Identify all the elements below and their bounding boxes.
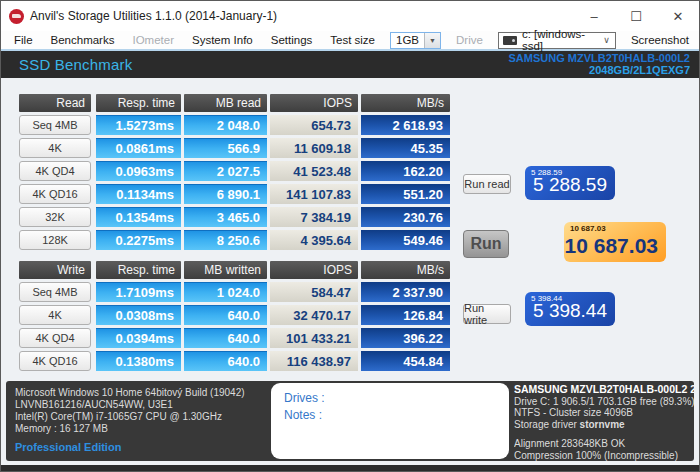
menu-bar: File Benchmarks IOmeter System Info Sett… bbox=[1, 31, 699, 49]
mb-read-value: 2 048.0 bbox=[184, 115, 267, 135]
mb-read-value: 6 890.1 bbox=[184, 184, 267, 204]
menu-iometer: IOmeter bbox=[123, 34, 183, 46]
iops-value: 584.47 bbox=[270, 282, 358, 302]
device-name: SAMSUNG MZVLB2T0HALB-000L2 2048GB/2L1QEX… bbox=[508, 53, 690, 76]
menu-system-info[interactable]: System Info bbox=[183, 34, 262, 46]
info-footer: Microsoft Windows 10 Home 64bitový Build… bbox=[6, 381, 694, 461]
read-row-label[interactable]: 4K bbox=[19, 138, 91, 158]
write-row-label[interactable]: 4K QD4 bbox=[19, 328, 91, 348]
benchmark-tables: Read Resp. time MB read IOPS MB/s Seq 4M… bbox=[19, 94, 450, 374]
total-score: 10 687.03 bbox=[565, 234, 658, 258]
write-row-label[interactable]: Seq 4MB bbox=[19, 282, 91, 302]
write-header: Write bbox=[19, 261, 91, 279]
read-row-label[interactable]: 4K QD4 bbox=[19, 161, 91, 181]
iops-value: 101 433.21 bbox=[270, 328, 358, 348]
window-title: Anvil's Storage Utilities 1.1.0 (2014-Ja… bbox=[30, 9, 277, 23]
read-row-label[interactable]: Seq 4MB bbox=[19, 115, 91, 135]
resp-time-header: Resp. time bbox=[96, 94, 181, 112]
resp-time-value: 0.0308ms bbox=[96, 305, 181, 325]
write-table: Write Resp. time MB written IOPS MB/s Se… bbox=[19, 261, 450, 371]
iops-value: 654.73 bbox=[270, 115, 358, 135]
page-title: SSD Benchmark bbox=[19, 56, 132, 73]
test-size-select[interactable]: 1GB ▼ bbox=[390, 32, 441, 49]
machine-info: LNVNB161216/AUCN54WW, U3E1 bbox=[15, 399, 245, 411]
resp-time-value: 1.7109ms bbox=[96, 282, 181, 302]
benchmark-banner: SSD Benchmark SAMSUNG MZVLB2T0HALB-000L2… bbox=[1, 51, 699, 78]
run-write-button[interactable]: Run write bbox=[463, 304, 511, 324]
read-row-label[interactable]: 32K bbox=[19, 207, 91, 227]
menu-file[interactable]: File bbox=[5, 34, 42, 46]
maximize-button[interactable]: ☐ bbox=[615, 1, 657, 31]
mb-read-value: 2 027.5 bbox=[184, 161, 267, 181]
read-header-row: Read Resp. time MB read IOPS MB/s bbox=[19, 94, 450, 112]
alignment-info: Alignment 283648KB OK bbox=[514, 438, 694, 450]
mbs-value: 162.20 bbox=[361, 161, 450, 181]
mbs-value: 454.84 bbox=[361, 351, 450, 371]
iops-value: 41 523.48 bbox=[270, 161, 358, 181]
device-info: SAMSUNG MZVLB2T0HALB-000L2 2048GB Drive … bbox=[514, 384, 694, 461]
app-icon bbox=[9, 9, 24, 24]
menu-settings[interactable]: Settings bbox=[262, 34, 322, 46]
mb-read-value: 8 250.6 bbox=[184, 230, 267, 250]
memory-info: Memory : 16 127 MB bbox=[15, 423, 245, 435]
resp-time-value: 0.1380ms bbox=[96, 351, 181, 371]
write-row-label[interactable]: 4K QD16 bbox=[19, 351, 91, 371]
drive-select[interactable]: c: [windows-ssd] ∨ bbox=[498, 32, 616, 49]
resp-time-value: 0.0861ms bbox=[96, 138, 181, 158]
iops-value: 7 384.19 bbox=[270, 207, 358, 227]
main-area: Read Resp. time MB read IOPS MB/s Seq 4M… bbox=[1, 78, 699, 381]
mb-read-header: MB read bbox=[184, 94, 267, 112]
table-row: 4K 0.0308ms 640.0 32 470.17 126.84 bbox=[19, 305, 450, 325]
mb-written-value: 640.0 bbox=[184, 328, 267, 348]
drive-value: c: [windows-ssd] bbox=[517, 28, 598, 52]
edition-label: Professional Edition bbox=[15, 441, 121, 453]
chevron-down-icon[interactable]: ▼ bbox=[424, 33, 440, 48]
read-score: 5 288.59 bbox=[533, 174, 607, 196]
drives-notes-box[interactable]: Drives : Notes : bbox=[271, 383, 509, 459]
storage-driver-label: Storage driver bbox=[514, 419, 577, 430]
write-header-row: Write Resp. time MB written IOPS MB/s bbox=[19, 261, 450, 279]
os-info: Microsoft Windows 10 Home 64bitový Build… bbox=[15, 387, 245, 399]
system-info: Microsoft Windows 10 Home 64bitový Build… bbox=[15, 387, 245, 435]
mb-read-value: 566.9 bbox=[184, 138, 267, 158]
minimize-button[interactable]: – bbox=[573, 1, 615, 31]
resp-time-value: 0.1134ms bbox=[96, 184, 181, 204]
table-row: 4K QD16 0.1380ms 640.0 116 438.97 454.84 bbox=[19, 351, 450, 371]
notes-label: Notes : bbox=[284, 407, 509, 424]
read-row-label[interactable]: 4K QD16 bbox=[19, 184, 91, 204]
mb-written-value: 1 024.0 bbox=[184, 282, 267, 302]
menu-benchmarks[interactable]: Benchmarks bbox=[42, 34, 124, 46]
drive-free-space: Drive C: 1 906.5/1 703.1GB free (89.3%) bbox=[514, 396, 694, 408]
table-row: 4K QD4 0.0394ms 640.0 101 433.21 396.22 bbox=[19, 328, 450, 348]
mbs-header: MB/s bbox=[361, 94, 450, 112]
read-row-label[interactable]: 128K bbox=[19, 230, 91, 250]
resp-time-header: Resp. time bbox=[96, 261, 181, 279]
drive-label: Drive bbox=[447, 34, 492, 46]
write-row-label[interactable]: 4K bbox=[19, 305, 91, 325]
run-button[interactable]: Run bbox=[463, 230, 509, 258]
table-row: 128K 0.2275ms 8 250.6 4 395.64 549.46 bbox=[19, 230, 450, 250]
mbs-value: 45.35 bbox=[361, 138, 450, 158]
storage-driver-value: stornvme bbox=[580, 419, 625, 430]
iops-header: IOPS bbox=[270, 94, 358, 112]
write-score: 5 398.44 bbox=[533, 300, 607, 322]
mb-written-value: 640.0 bbox=[184, 351, 267, 371]
mb-written-value: 640.0 bbox=[184, 305, 267, 325]
resp-time-value: 0.0394ms bbox=[96, 328, 181, 348]
total-score-box: 10 687.03 10 687.03 bbox=[564, 222, 666, 262]
table-row: 32K 0.1354ms 3 465.0 7 384.19 230.76 bbox=[19, 207, 450, 227]
resp-time-value: 0.0963ms bbox=[96, 161, 181, 181]
app-window: Anvil's Storage Utilities 1.1.0 (2014-Ja… bbox=[0, 0, 700, 472]
close-button[interactable]: ✕ bbox=[657, 1, 699, 31]
mbs-value: 2 337.90 bbox=[361, 282, 450, 302]
write-score-box: 5 398.44 5 398.44 bbox=[525, 292, 615, 326]
compression-info: Compression 100% (Incompressible) bbox=[514, 450, 694, 462]
run-read-button[interactable]: Run read bbox=[463, 174, 511, 194]
menu-screenshot[interactable]: Screenshot bbox=[622, 34, 698, 46]
table-row: 4K 0.0861ms 566.9 11 609.18 45.35 bbox=[19, 138, 450, 158]
cpu-info: Intel(R) Core(TM) i7-1065G7 CPU @ 1.30GH… bbox=[15, 411, 245, 423]
table-row: Seq 4MB 1.7109ms 1 024.0 584.47 2 337.90 bbox=[19, 282, 450, 302]
iops-value: 11 609.18 bbox=[270, 138, 358, 158]
storage-driver-line: Storage driver stornvme bbox=[514, 419, 694, 431]
iops-value: 116 438.97 bbox=[270, 351, 358, 371]
